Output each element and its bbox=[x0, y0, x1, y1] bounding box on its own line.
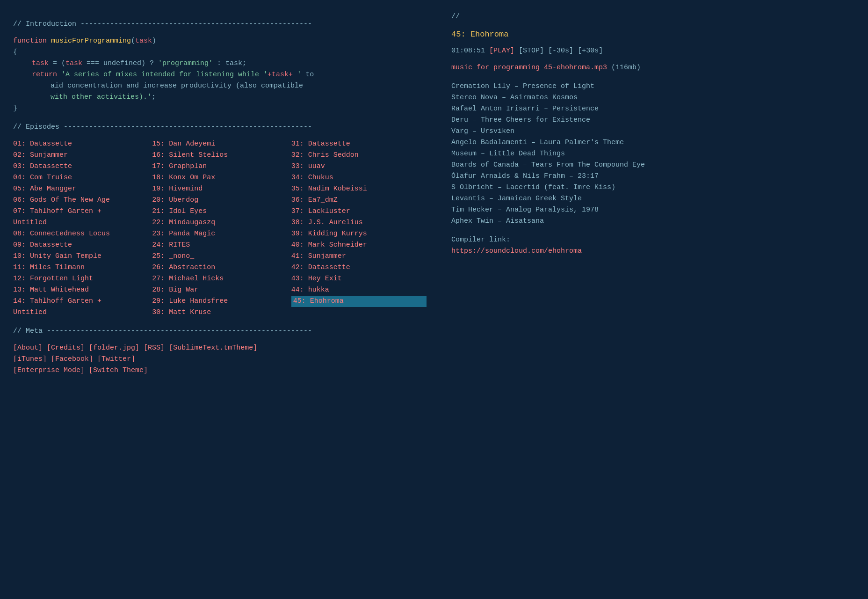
episode-21[interactable]: 21: Idol Eyes bbox=[152, 206, 287, 217]
track-7: Museum – Little Dead Things bbox=[451, 148, 855, 160]
episode-31[interactable]: 31: Datassette bbox=[291, 139, 427, 150]
episode-16[interactable]: 16: Silent Stelios bbox=[152, 150, 287, 161]
right-column: // 45: Ehohroma 01:08:51 [PLAY] [STOP] [… bbox=[441, 11, 855, 376]
meta-links-row3: [Enterprise Mode] [Switch Theme] bbox=[13, 365, 427, 376]
rss-link[interactable]: [RSS] bbox=[144, 344, 165, 352]
episode-03[interactable]: 03: Datassette bbox=[13, 161, 148, 172]
episode-38[interactable]: 38: J.S. Aurelius bbox=[291, 217, 427, 228]
episode-36[interactable]: 36: Ea7_dmZ bbox=[291, 195, 427, 206]
episode-26[interactable]: 26: Abstraction bbox=[152, 262, 287, 273]
itunes-link[interactable]: [iTunes] bbox=[13, 355, 47, 363]
episode-11[interactable]: 11: Miles Tilmann bbox=[13, 262, 148, 273]
episode-05[interactable]: 05: Abe Mangger bbox=[13, 183, 148, 195]
track-8: Boards of Canada – Tears From The Compou… bbox=[451, 160, 855, 171]
episode-13[interactable]: 13: Matt Whitehead bbox=[13, 285, 148, 296]
episode-title: 45: Ehohroma bbox=[451, 28, 855, 41]
episodes-col-1: 01: Datassette 02: Sunjammer 03: Datasse… bbox=[13, 139, 148, 318]
episode-43[interactable]: 43: Hey Exit bbox=[291, 273, 427, 285]
folder-link[interactable]: [folder.jpg] bbox=[89, 344, 139, 352]
episode-10[interactable]: 10: Unity Gain Temple bbox=[13, 251, 148, 262]
episode-08[interactable]: 08: Connectedness Locus bbox=[13, 228, 148, 240]
stop-button[interactable]: [STOP] bbox=[519, 47, 544, 55]
episode-40[interactable]: 40: Mark Schneider bbox=[291, 240, 427, 251]
track-2: Stereo Nova – Asirmatos Kosmos bbox=[451, 92, 855, 103]
episode-14-untitled[interactable]: Untitled bbox=[13, 307, 148, 318]
param-task: task bbox=[135, 37, 152, 45]
credits-link[interactable]: [Credits] bbox=[47, 344, 85, 352]
episode-27[interactable]: 27: Michael Hicks bbox=[152, 273, 287, 285]
player-controls: 01:08:51 [PLAY] [STOP] [-30s] [+30s] bbox=[451, 45, 855, 57]
var-task: task bbox=[32, 59, 49, 67]
episode-41[interactable]: 41: Sunjammer bbox=[291, 251, 427, 262]
episode-25[interactable]: 25: _nono_ bbox=[152, 251, 287, 262]
track-5: Varg – Ursviken bbox=[451, 126, 855, 137]
switch-theme-link[interactable]: [Switch Theme] bbox=[89, 366, 148, 374]
episodes-grid: 01: Datassette 02: Sunjammer 03: Datasse… bbox=[13, 139, 427, 318]
meta-comment: // Meta --------------------------------… bbox=[13, 326, 427, 337]
episode-42[interactable]: 42: Datassette bbox=[291, 262, 427, 273]
episode-15[interactable]: 15: Dan Adeyemi bbox=[152, 139, 287, 150]
fn-name: musicForProgramming bbox=[51, 37, 131, 45]
seek-back-button[interactable]: [-30s] bbox=[548, 47, 573, 55]
keyword-function: function bbox=[13, 37, 51, 45]
left-column: // Introduction ------------------------… bbox=[13, 11, 427, 376]
track-3: Rafael Anton Irisarri – Persistence bbox=[451, 103, 855, 115]
track-13: Aphex Twin – Aisatsana bbox=[451, 216, 855, 227]
episode-07[interactable]: 07: Tahlhoff Garten + bbox=[13, 206, 148, 217]
episode-44[interactable]: 44: hukka bbox=[291, 285, 427, 296]
meta-links-row1: [About] [Credits] [folder.jpg] [RSS] [Su… bbox=[13, 343, 427, 354]
episodes-col-2: 15: Dan Adeyemi 16: Silent Stelios 17: G… bbox=[152, 139, 287, 318]
facebook-link[interactable]: [Facebook] bbox=[51, 355, 93, 363]
intro-comment: // Introduction ------------------------… bbox=[13, 19, 427, 30]
episode-01[interactable]: 01: Datassette bbox=[13, 139, 148, 150]
track-6: Angelo Badalamenti – Laura Palmer's Them… bbox=[451, 137, 855, 148]
episode-33[interactable]: 33: uuav bbox=[291, 161, 427, 172]
track-9: Ólafur Arnalds & Nils Frahm – 23:17 bbox=[451, 171, 855, 182]
episode-34[interactable]: 34: Chukus bbox=[291, 172, 427, 183]
episode-32[interactable]: 32: Chris Seddon bbox=[291, 150, 427, 161]
right-comment: // bbox=[451, 11, 855, 22]
track-4: Deru – Three Cheers for Existence bbox=[451, 115, 855, 126]
episode-20[interactable]: 20: Uberdog bbox=[152, 195, 287, 206]
enterprise-link[interactable]: [Enterprise Mode] bbox=[13, 366, 85, 374]
about-link[interactable]: [About] bbox=[13, 344, 43, 352]
episode-23[interactable]: 23: Panda Magic bbox=[152, 228, 287, 240]
episode-02[interactable]: 02: Sunjammer bbox=[13, 150, 148, 161]
tracklist: Cremation Lily – Presence of Light Stere… bbox=[451, 81, 855, 227]
compiler-url[interactable]: https://soundcloud.com/ehohroma bbox=[451, 247, 582, 255]
track-10: S Olbricht – Lacertid (feat. Imre Kiss) bbox=[451, 182, 855, 193]
episode-30[interactable]: 30: Matt Kruse bbox=[152, 307, 287, 318]
episode-45[interactable]: 45: Ehohroma bbox=[291, 296, 427, 307]
file-link[interactable]: music_for_programming_45-ehohroma.mp3 (1… bbox=[451, 62, 855, 73]
episode-24[interactable]: 24: RITES bbox=[152, 240, 287, 251]
episodes-comment: // Episodes ----------------------------… bbox=[13, 122, 427, 133]
sublime-link[interactable]: [SublimeText.tmTheme] bbox=[169, 344, 257, 352]
keyword-return: return bbox=[32, 71, 61, 79]
seek-forward-button[interactable]: [+30s] bbox=[578, 47, 603, 55]
meta-section: // Meta --------------------------------… bbox=[13, 326, 427, 376]
episode-22[interactable]: 22: Mindaugaszq bbox=[152, 217, 287, 228]
episode-07-untitled[interactable]: Untitled bbox=[13, 217, 148, 228]
episode-37[interactable]: 37: Lackluster bbox=[291, 206, 427, 217]
code-block: function musicForProgramming(task) { tas… bbox=[13, 36, 427, 114]
episode-19[interactable]: 19: Hivemind bbox=[152, 183, 287, 195]
episode-28[interactable]: 28: Big War bbox=[152, 285, 287, 296]
episode-06[interactable]: 06: Gods Of The New Age bbox=[13, 195, 148, 206]
track-11: Levantis – Jamaican Greek Style bbox=[451, 193, 855, 205]
episode-04[interactable]: 04: Com Truise bbox=[13, 172, 148, 183]
episode-35[interactable]: 35: Nadim Kobeissi bbox=[291, 183, 427, 195]
episode-12[interactable]: 12: Forgotten Light bbox=[13, 273, 148, 285]
episode-17[interactable]: 17: Graphplan bbox=[152, 161, 287, 172]
twitter-link[interactable]: [Twitter] bbox=[97, 355, 135, 363]
filesize: (116mb) bbox=[611, 64, 641, 72]
episodes-col-3: 31: Datassette 32: Chris Seddon 33: uuav… bbox=[291, 139, 427, 318]
compiler-label: Compiler link: bbox=[451, 234, 855, 246]
episode-29[interactable]: 29: Luke Handsfree bbox=[152, 296, 287, 307]
episode-09[interactable]: 09: Datassette bbox=[13, 240, 148, 251]
episode-39[interactable]: 39: Kidding Kurrys bbox=[291, 228, 427, 240]
track-1: Cremation Lily – Presence of Light bbox=[451, 81, 855, 92]
player-time: 01:08:51 bbox=[451, 47, 485, 55]
episode-14[interactable]: 14: Tahlhoff Garten + bbox=[13, 296, 148, 307]
episode-18[interactable]: 18: Konx Om Pax bbox=[152, 172, 287, 183]
play-button[interactable]: [PLAY] bbox=[489, 47, 514, 55]
